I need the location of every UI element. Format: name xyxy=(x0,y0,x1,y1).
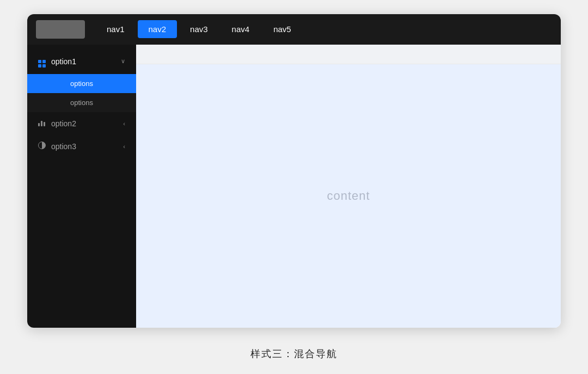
nav-item-nav1[interactable]: nav1 xyxy=(96,20,136,38)
main-layout: option1 ∨ options options option2 ‹ xyxy=(27,45,561,328)
sidebar-label-option2: option2 xyxy=(51,119,118,128)
nav-item-nav5[interactable]: nav5 xyxy=(262,20,302,38)
content-area: content xyxy=(136,45,561,328)
logo xyxy=(36,20,85,39)
grid-icon xyxy=(38,56,46,68)
chevron-left-icon: ‹ xyxy=(123,120,125,127)
page-caption: 样式三：混合导航 xyxy=(250,347,338,360)
chevron-down-icon: ∨ xyxy=(121,58,125,65)
bar-chart-icon xyxy=(38,119,46,128)
sidebar-label-option1: option1 xyxy=(51,57,115,66)
chevron-left-icon-2: ‹ xyxy=(123,143,125,150)
sidebar-item-option1[interactable]: option1 ∨ xyxy=(27,49,136,74)
nav-item-nav2[interactable]: nav2 xyxy=(138,20,177,38)
content-body: content xyxy=(136,64,561,328)
sidebar-label-option3: option3 xyxy=(51,142,118,151)
sidebar-sub-item-options-1[interactable]: options xyxy=(27,74,136,93)
nav-item-nav4[interactable]: nav4 xyxy=(221,20,261,38)
sidebar-item-option3[interactable]: option3 ‹ xyxy=(27,135,136,158)
breadcrumb-bar xyxy=(136,45,561,64)
sidebar: option1 ∨ options options option2 ‹ xyxy=(27,45,136,328)
pie-icon xyxy=(38,142,46,151)
sidebar-item-option2[interactable]: option2 ‹ xyxy=(27,112,136,135)
app-wrapper: nav1 nav2 nav3 nav4 nav5 option1 ∨ optio… xyxy=(27,14,561,328)
nav-item-nav3[interactable]: nav3 xyxy=(179,20,219,38)
sidebar-sub-item-options-2[interactable]: options xyxy=(27,93,136,112)
top-nav: nav1 nav2 nav3 nav4 nav5 xyxy=(27,14,561,45)
content-placeholder-text: content xyxy=(327,189,370,203)
sidebar-sub-items-option1: options options xyxy=(27,74,136,112)
